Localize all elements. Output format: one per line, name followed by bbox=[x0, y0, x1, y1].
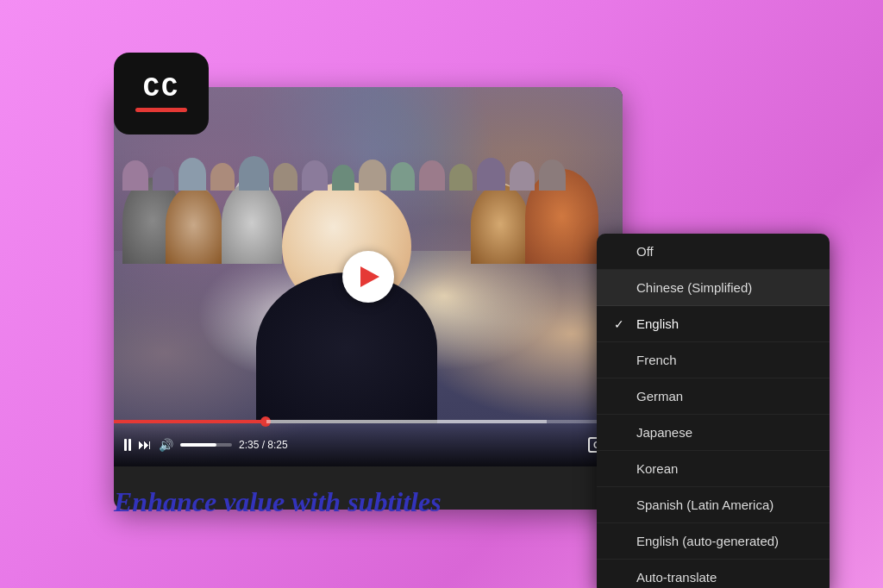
fc9 bbox=[359, 160, 386, 191]
fc12 bbox=[449, 164, 473, 191]
cc-logo-underline bbox=[135, 108, 187, 112]
pause-bar-2 bbox=[128, 439, 131, 451]
fc3 bbox=[178, 158, 206, 191]
crowd-body-3 bbox=[222, 182, 282, 264]
crowd-body-r1 bbox=[471, 185, 529, 264]
subtitle-japanese[interactable]: Japanese bbox=[597, 415, 830, 451]
fc5 bbox=[239, 156, 269, 191]
fc10 bbox=[391, 162, 415, 191]
subtitle-off-label: Off bbox=[636, 244, 654, 259]
subtitle-french[interactable]: French bbox=[597, 342, 830, 378]
subtitle-english-auto[interactable]: English (auto-generated) bbox=[597, 523, 830, 560]
volume-filled bbox=[180, 443, 216, 447]
subtitle-japanese-label: Japanese bbox=[636, 425, 692, 440]
fc14 bbox=[510, 161, 535, 191]
fc13 bbox=[477, 158, 505, 191]
cc-logo-text: CC bbox=[143, 75, 179, 103]
play-button[interactable] bbox=[342, 251, 394, 303]
main-person-body bbox=[256, 272, 437, 423]
subtitle-english-auto-label: English (auto-generated) bbox=[636, 534, 779, 548]
fc15 bbox=[539, 160, 566, 191]
far-crowd-row bbox=[114, 139, 623, 191]
volume-button[interactable]: 🔊 bbox=[159, 438, 173, 452]
subtitle-off[interactable]: Off bbox=[597, 234, 830, 270]
subtitle-spanish-label: Spanish (Latin America) bbox=[636, 497, 773, 512]
subtitle-korean-label: Korean bbox=[636, 461, 678, 476]
subtitle-auto-translate[interactable]: Auto-translate bbox=[597, 560, 830, 588]
crowd-body-2 bbox=[166, 186, 222, 264]
pause-icon bbox=[124, 439, 131, 451]
subtitle-german-label: German bbox=[636, 389, 683, 403]
fc6 bbox=[273, 163, 297, 191]
fc11 bbox=[419, 160, 445, 191]
video-frame: ⏭ 🔊 2:35 / 8:25 CC bbox=[114, 87, 623, 466]
fc8 bbox=[332, 165, 354, 191]
subtitle-english[interactable]: ✓ English bbox=[597, 306, 830, 342]
fc4 bbox=[210, 163, 235, 191]
subtitle-spanish[interactable]: Spanish (Latin America) bbox=[597, 487, 830, 523]
subtitle-korean[interactable]: Korean bbox=[597, 451, 830, 487]
fc7 bbox=[302, 160, 328, 191]
time-display: 2:35 / 8:25 bbox=[239, 439, 581, 451]
fc1 bbox=[122, 160, 148, 191]
next-button[interactable]: ⏭ bbox=[138, 437, 152, 453]
subtitle-chinese[interactable]: Chinese (Simplified) bbox=[597, 270, 830, 306]
check-english: ✓ bbox=[614, 317, 628, 331]
main-container: CC bbox=[62, 44, 821, 544]
subtitle-german[interactable]: German bbox=[597, 378, 830, 415]
pause-button[interactable] bbox=[124, 439, 131, 451]
tagline: Enhance value with subtitles bbox=[114, 486, 442, 518]
far-crowd bbox=[114, 139, 623, 191]
cc-logo: CC bbox=[114, 53, 209, 134]
subtitle-chinese-label: Chinese (Simplified) bbox=[636, 280, 752, 295]
video-controls: ⏭ 🔊 2:35 / 8:25 CC bbox=[114, 423, 623, 466]
subtitle-auto-translate-label: Auto-translate bbox=[636, 570, 717, 585]
subtitle-dropdown: Off Chinese (Simplified) ✓ English Frenc… bbox=[597, 234, 830, 588]
play-icon bbox=[360, 266, 379, 287]
fc2 bbox=[153, 166, 174, 191]
subtitle-french-label: French bbox=[636, 353, 677, 367]
subtitle-english-label: English bbox=[636, 316, 679, 331]
pause-bar-1 bbox=[124, 439, 127, 451]
video-player: ⏭ 🔊 2:35 / 8:25 CC bbox=[114, 87, 623, 510]
volume-bar[interactable] bbox=[180, 443, 232, 447]
